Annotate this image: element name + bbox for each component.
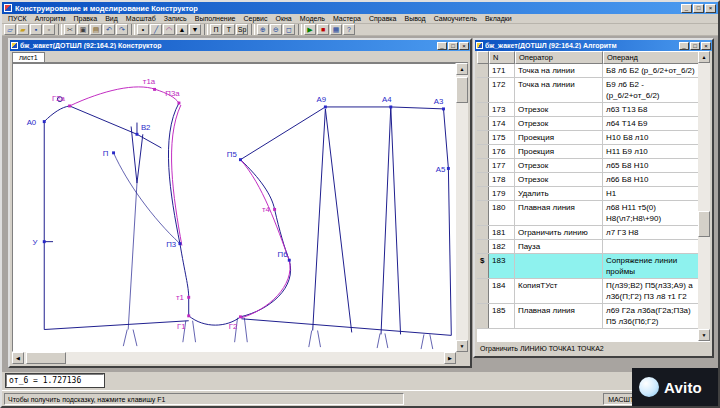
algorithm-row-172[interactable]: 172Точка на линииБ9 л6 Б2 -(р_6/2+от_6/2… (477, 78, 698, 103)
open-button[interactable]: ▰ (17, 24, 29, 35)
algorithm-vertical-scrollbar[interactable]: ▲ ▼ (698, 51, 710, 341)
zoom-out-button[interactable]: ⊖ (270, 24, 282, 35)
algorithm-row-174[interactable]: 174Отрезокл64 Т14 Б9 (477, 117, 698, 131)
point-marker-Г2а[interactable] (68, 105, 71, 108)
horizontal-scroll-thumb[interactable] (26, 352, 66, 364)
cut-button[interactable]: ✂ (64, 24, 76, 35)
point-marker-А9[interactable] (324, 105, 327, 108)
menu-item-самоучитель[interactable]: Самоучитель (430, 15, 481, 22)
menu-item-вкладки[interactable]: Вкладки (481, 15, 516, 22)
algorithm-maximize-button[interactable]: □ (690, 42, 700, 50)
algorithm-row-173[interactable]: 173Отрезокл63 Т13 Б8 (477, 103, 698, 117)
paste-button[interactable]: ▤ (90, 24, 102, 35)
menu-item-вывод[interactable]: Вывод (400, 15, 429, 22)
run-button[interactable]: ▶ (304, 24, 316, 35)
algorithm-row-171[interactable]: 171Точка на линииБ8 л6 Б2 (р_6/2+от_6/2) (477, 64, 698, 78)
maximize-button[interactable]: □ (693, 4, 704, 13)
curve-tool-button[interactable]: ◠ (163, 24, 175, 35)
menu-item-справка[interactable]: Справка (365, 15, 400, 22)
algorithm-window-icon (476, 42, 483, 49)
point-marker-А3[interactable] (442, 107, 445, 110)
redo-button[interactable]: ↷ (116, 24, 128, 35)
point-marker-А5[interactable] (447, 167, 450, 170)
algorithm-row-178[interactable]: 178Отрезокл66 Б8 Н10 (477, 173, 698, 187)
point-marker-П3а[interactable] (177, 102, 180, 105)
vertical-scroll-thumb[interactable] (456, 77, 468, 103)
pattern-canvas[interactable]: А0Г2ат1аП3аВ2ПП5А9А4А3А5т4УП3П6т1Г1Г2 (12, 63, 456, 352)
point-marker-Г1[interactable] (187, 314, 190, 317)
constructor-minimize-button[interactable]: _ (437, 42, 447, 50)
help-button[interactable]: ? (343, 24, 355, 35)
scroll-down-icon[interactable]: ▼ (456, 340, 468, 352)
constructor-maximize-button[interactable]: □ (448, 42, 458, 50)
print-button[interactable]: ▫ (43, 24, 55, 35)
flag-up-button[interactable]: ▲ (176, 24, 188, 35)
point-tool-button[interactable]: • (137, 24, 149, 35)
label-p-button[interactable]: П (210, 24, 222, 35)
scroll-up-icon[interactable]: ▲ (456, 63, 468, 75)
point-marker-У[interactable] (43, 240, 46, 243)
algorithm-close-button[interactable]: × (701, 42, 711, 50)
menu-item-мастера[interactable]: Мастера (329, 15, 365, 22)
minimize-button[interactable]: _ (681, 4, 692, 13)
point-marker-П5[interactable] (239, 158, 242, 161)
zoom-fit-button[interactable]: ◻ (283, 24, 295, 35)
point-marker-П3[interactable] (178, 242, 181, 245)
algorithm-row-184[interactable]: 184КопияТУстП(л39;В2) П5(л33;А9) а л36(П… (477, 279, 698, 304)
new-button[interactable]: ▱ (4, 24, 16, 35)
menu-item-пуск[interactable]: ПУСК (4, 15, 31, 22)
algo-scroll-down-icon[interactable]: ▼ (698, 329, 710, 341)
constructor-titlebar[interactable]: бж_жакет(ДОТШЛ (92:164.2) Конструктор _ … (10, 40, 470, 51)
stop-button[interactable]: ■ (317, 24, 329, 35)
zoom-in-button[interactable]: ⊕ (257, 24, 269, 35)
menu-item-сервис[interactable]: Сервис (240, 15, 272, 22)
line-tool-button[interactable]: ╱ (150, 24, 162, 35)
algorithm-minimize-button[interactable]: _ (679, 42, 689, 50)
algorithm-row-185[interactable]: 185Плавная линиял69 Г2а л36а(Г2а;П3а) П5… (477, 304, 698, 329)
scroll-right-icon[interactable]: ▶ (444, 352, 456, 364)
menu-item-вид[interactable]: Вид (101, 15, 122, 22)
main-titlebar[interactable]: Конструирование и моделирование Конструк… (2, 2, 718, 14)
drawing-horizontal-scrollbar[interactable]: ◀ ▶ (12, 352, 456, 364)
algorithm-row-179[interactable]: 179УдалитьН1 (477, 187, 698, 201)
point-marker-П[interactable] (112, 151, 115, 154)
save-button[interactable]: ▪ (30, 24, 42, 35)
label-sp-button[interactable]: Sp (236, 24, 248, 35)
algo-vertical-scroll-thumb[interactable] (698, 211, 710, 237)
undo-button[interactable]: ↶ (103, 24, 115, 35)
algorithm-titlebar[interactable]: бж_жакет(ДОТШЛ (92:164.2) Алгоритм _ □ × (475, 40, 712, 51)
tab-sheet1[interactable]: лист1 (12, 52, 45, 62)
algorithm-row-183[interactable]: $183Сопряжение линии проймы (477, 254, 698, 279)
point-marker-т4[interactable] (273, 208, 276, 211)
algorithm-row-175[interactable]: 175ПроекцияН10 Б8 л10 (477, 131, 698, 145)
copy-button[interactable]: ▣ (77, 24, 89, 35)
flag-down-button[interactable]: ▼ (189, 24, 201, 35)
algo-scroll-up-icon[interactable]: ▲ (698, 51, 710, 63)
menu-item-запись[interactable]: Запись (160, 15, 191, 22)
point-marker-А0[interactable] (43, 120, 46, 123)
algorithm-row-180[interactable]: 180Плавная линиял68 Н11 т5(0) Н8(\л7;Н8\… (477, 201, 698, 226)
point-marker-А4[interactable] (389, 105, 392, 108)
table-button[interactable]: ▦ (330, 24, 342, 35)
variable-readout[interactable]: от_6 = 1.727136 (6, 374, 104, 387)
point-marker-т1[interactable] (187, 296, 190, 299)
menu-item-правка[interactable]: Правка (70, 15, 102, 22)
menu-item-модель[interactable]: Модель (296, 15, 329, 22)
close-button[interactable]: × (705, 4, 716, 13)
algorithm-row-177[interactable]: 177Отрезокл65 Б8 Н10 (477, 159, 698, 173)
scroll-left-icon[interactable]: ◀ (12, 352, 24, 364)
point-marker-т1а[interactable] (153, 88, 156, 91)
point-marker-П6[interactable] (288, 259, 291, 262)
point-marker-Г2[interactable] (239, 315, 242, 318)
menu-item-выполнение[interactable]: Выполнение (191, 15, 240, 22)
drawing-vertical-scrollbar[interactable]: ▲ ▼ (456, 63, 468, 352)
point-marker-В2[interactable] (136, 133, 139, 136)
menu-item-окна[interactable]: Окна (271, 15, 295, 22)
algorithm-row-176[interactable]: 176ПроекцияН11 Б9 л10 (477, 145, 698, 159)
menu-item-масштаб[interactable]: Масштаб (122, 15, 160, 22)
constructor-close-button[interactable]: × (459, 42, 469, 50)
algorithm-row-181[interactable]: 181Ограничить линиюл7 Г3 Н8 (477, 226, 698, 240)
label-t-button[interactable]: Т (223, 24, 235, 35)
menu-item-алгоритм[interactable]: Алгоритм (31, 15, 70, 22)
algorithm-row-182[interactable]: 182Пауза (477, 240, 698, 254)
